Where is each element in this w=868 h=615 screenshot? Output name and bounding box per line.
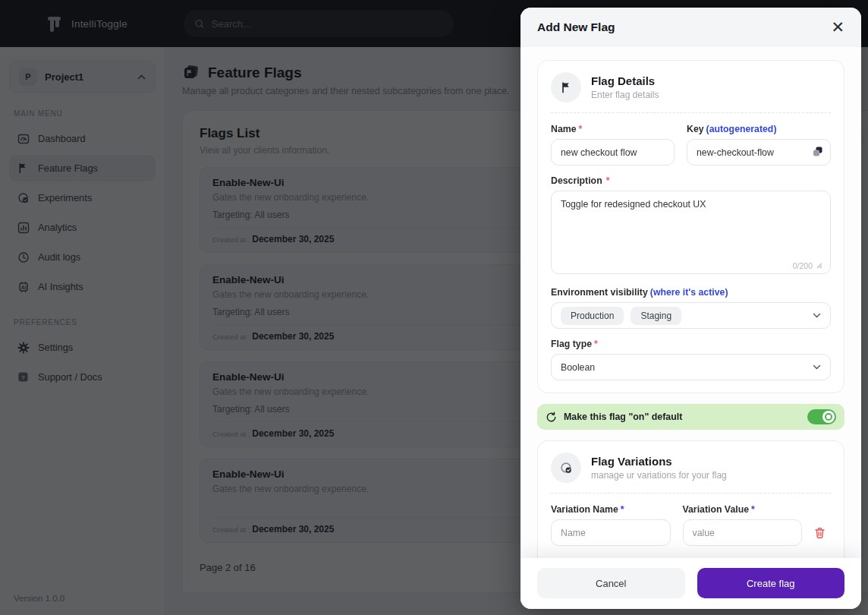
flag-type-label: Flag type*: [551, 339, 831, 349]
key-field[interactable]: [687, 139, 831, 166]
create-flag-button[interactable]: Create flag: [697, 568, 845, 598]
card-title: Flag Variations: [591, 455, 727, 468]
refresh-icon: [546, 412, 557, 423]
delete-variation-button[interactable]: [814, 519, 831, 546]
dashed-divider: [551, 493, 831, 494]
card-subtitle: Enter flag details: [591, 90, 659, 100]
default-on-banner: Make this flag "on" default: [537, 404, 844, 430]
name-label: Name*: [551, 124, 675, 134]
variation-name-field[interactable]: [551, 519, 671, 546]
modal-body: Flag Details Enter flag details Name* Ke…: [520, 47, 861, 558]
modal-footer: Cancel Create flag: [520, 558, 861, 609]
flag-icon: [551, 72, 581, 102]
key-label: Key(autogenerated): [687, 124, 831, 134]
cancel-button[interactable]: Cancel: [537, 568, 685, 598]
card-title: Flag Details: [591, 74, 659, 87]
flag-variations-card: Flag Variations manage ur variations for…: [537, 440, 844, 558]
card-subtitle: manage ur variations for your flag: [591, 470, 727, 481]
chevron-down-icon: [813, 364, 821, 370]
default-on-label: Make this flag "on" default: [564, 412, 682, 422]
description-label: Description*: [551, 175, 831, 186]
modal-header: Add New Flag ✕: [520, 8, 861, 47]
variation-value-field[interactable]: [683, 519, 803, 546]
add-new-flag-modal: Add New Flag ✕ Flag Details Enter flag d…: [520, 8, 861, 609]
default-on-toggle[interactable]: [807, 409, 836, 424]
environment-chip-staging[interactable]: Staging: [631, 307, 681, 325]
trash-icon: [814, 527, 826, 539]
modal-title: Add New Flag: [537, 20, 615, 34]
resize-handle-icon[interactable]: [816, 263, 822, 269]
name-field[interactable]: [551, 139, 675, 166]
chevron-down-icon: [813, 313, 821, 318]
flag-details-card: Flag Details Enter flag details Name* Ke…: [537, 60, 844, 393]
variation-value-label: Variation Value*: [683, 504, 803, 515]
variation-name-label: Variation Name*: [551, 504, 671, 515]
copy-icon[interactable]: [813, 147, 823, 157]
description-field[interactable]: Toggle for redesigned checkout UX: [551, 191, 831, 274]
environment-chip-production[interactable]: Production: [561, 307, 624, 325]
flag-type-select[interactable]: Boolean: [551, 354, 831, 380]
variations-icon: [551, 453, 581, 483]
close-icon[interactable]: ✕: [831, 20, 844, 36]
char-counter: 0/200: [793, 261, 822, 270]
dashed-divider: [551, 112, 831, 113]
environment-select[interactable]: Production Staging: [551, 302, 831, 329]
flag-type-value: Boolean: [561, 362, 595, 373]
environment-label: Environment visibility(where it's active…: [551, 287, 831, 298]
